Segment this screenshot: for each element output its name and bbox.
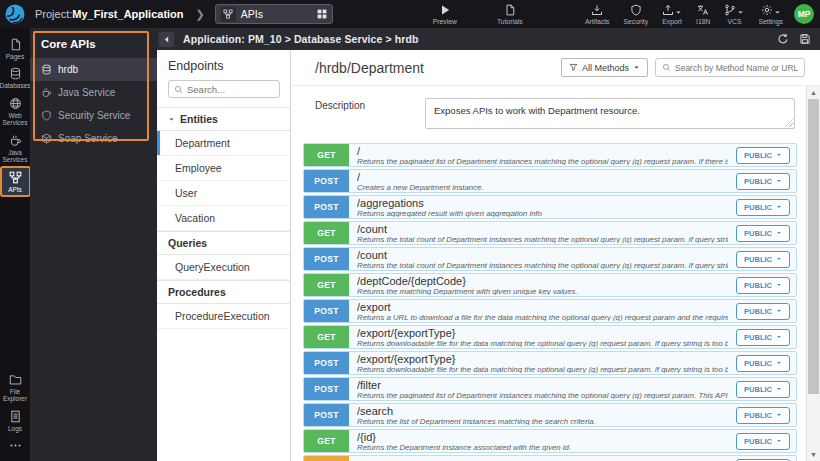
api-path: /export/{exportType} — [357, 327, 728, 339]
topbar-tool-security[interactable]: Security — [617, 4, 656, 25]
api-row[interactable]: GET/Returns the paginated list of Depart… — [303, 143, 797, 167]
topbar-tool-export[interactable]: Export — [655, 4, 689, 25]
app-mode-selector[interactable]: APIs — [215, 4, 333, 24]
access-dropdown-button[interactable]: PUBLIC — [736, 225, 790, 242]
preview-button[interactable]: Preview — [426, 4, 464, 25]
refresh-icon[interactable] — [777, 33, 789, 45]
core-api-item-hrdb[interactable]: hrdb — [30, 58, 157, 81]
vcs-branch-icon — [724, 4, 736, 16]
scroll-down-arrow-icon[interactable]: ▼ — [807, 448, 820, 461]
access-dropdown-button[interactable]: PUBLIC — [736, 433, 790, 450]
method-badge: GET — [304, 274, 349, 296]
api-description: Returns the paginated list of Department… — [357, 391, 728, 400]
endpoint-item-queryexecution[interactable]: QueryExecution — [157, 255, 290, 280]
api-row[interactable]: PUTPUBLIC — [303, 455, 797, 461]
user-avatar[interactable]: MP — [794, 4, 814, 24]
access-dropdown-button[interactable]: PUBLIC — [736, 407, 790, 424]
endpoint-group-queries[interactable]: Queries — [157, 231, 290, 255]
save-icon[interactable] — [799, 33, 811, 45]
access-dropdown-button[interactable]: PUBLIC — [736, 303, 790, 320]
method-badge: POST — [304, 404, 349, 426]
topbar-tool-vcs[interactable]: VCS — [717, 4, 751, 25]
sidebar-item-web-services[interactable]: Web Services — [1, 93, 30, 130]
endpoint-item-vacation[interactable]: Vacation — [157, 206, 290, 231]
api-path: /count — [357, 223, 728, 235]
methods-filter-dropdown[interactable]: All Methods — [561, 58, 648, 77]
topbar-tool-artifacts[interactable]: Artifacts — [578, 4, 617, 25]
endpoints-search[interactable] — [168, 80, 280, 98]
api-path: /{id} — [357, 431, 728, 443]
api-row[interactable]: POST/countReturns the total count of Dep… — [303, 247, 797, 271]
access-dropdown-button[interactable]: PUBLIC — [736, 329, 790, 346]
left-nav-rail: PagesDatabasesWeb ServicesJava ServicesA… — [0, 28, 30, 461]
method-badge: POST — [304, 378, 349, 400]
endpoint-group-label: Procedures — [168, 286, 226, 298]
access-label: PUBLIC — [744, 151, 772, 160]
api-row[interactable]: GET/{id}Returns the Department instance … — [303, 429, 797, 453]
description-textarea[interactable]: Exposes APIs to work with Department res… — [426, 99, 794, 128]
method-badge: POST — [304, 352, 349, 374]
access-dropdown-button[interactable]: PUBLIC — [736, 173, 790, 190]
access-dropdown-button[interactable]: PUBLIC — [736, 147, 790, 164]
endpoint-group-procedures[interactable]: Procedures — [157, 280, 290, 304]
topbar-tool-i18n[interactable]: I18N — [689, 4, 717, 25]
grid-menu-icon[interactable] — [317, 9, 327, 19]
sidebar-item-java-services[interactable]: Java Services — [1, 130, 30, 167]
caret-down-icon — [675, 9, 682, 16]
endpoint-group-label: Entities — [180, 113, 218, 125]
collapse-panel-button[interactable] — [159, 32, 174, 47]
api-description: Returns the total count of Department in… — [357, 235, 728, 244]
core-api-item-security-service[interactable]: Security Service — [30, 104, 157, 127]
api-row[interactable]: GET/deptCode/{deptCode}Returns the match… — [303, 273, 797, 297]
api-row[interactable]: GET/export/{exportType}Returns downloada… — [303, 325, 797, 349]
endpoint-item-department[interactable]: Department — [157, 131, 290, 156]
sidebar-item-logs[interactable]: Logs — [1, 406, 30, 435]
api-row[interactable]: POST/export/{exportType}Returns download… — [303, 351, 797, 375]
api-row[interactable]: GET/countReturns the total count of Depa… — [303, 221, 797, 245]
core-api-item-soap-service[interactable]: Soap Service — [30, 127, 157, 150]
scrollbar-thumb[interactable] — [808, 99, 819, 394]
scroll-up-arrow-icon[interactable]: ▲ — [807, 86, 820, 99]
access-dropdown-button[interactable]: PUBLIC — [736, 251, 790, 268]
sidebar-item-more[interactable] — [1, 435, 30, 455]
method-badge: GET — [304, 430, 349, 452]
api-path: /search — [357, 405, 728, 417]
endpoint-item-user[interactable]: User — [157, 181, 290, 206]
access-dropdown-button[interactable]: PUBLIC — [736, 277, 790, 294]
access-dropdown-button[interactable]: PUBLIC — [736, 381, 790, 398]
api-icon — [9, 171, 22, 184]
api-row[interactable]: POST/Creates a new Department instance.P… — [303, 169, 797, 193]
vertical-scrollbar[interactable]: ▲ ▼ — [806, 86, 820, 461]
globe-icon — [9, 97, 22, 110]
topbar-tool-settings[interactable]: Settings — [751, 4, 790, 25]
access-dropdown-button[interactable]: PUBLIC — [736, 199, 790, 216]
access-label: PUBLIC — [744, 177, 772, 186]
endpoint-group-entities[interactable]: Entities — [157, 107, 290, 131]
endpoints-search-input[interactable] — [187, 84, 274, 95]
sidebar-item-file-explorer[interactable]: File Explorer — [1, 369, 30, 406]
sidebar-item-pages[interactable]: Pages — [1, 34, 30, 63]
caret-down-icon — [776, 386, 782, 392]
api-row[interactable]: POST/aggregationsReturns aggregated resu… — [303, 195, 797, 219]
caret-down-icon — [168, 116, 175, 123]
export-icon — [662, 4, 674, 16]
api-row[interactable]: POST/filterReturns the paginated list of… — [303, 377, 797, 401]
app-header: Application: PM_10 > Database Service > … — [157, 28, 820, 50]
endpoint-item-procedureexecution[interactable]: ProcedureExecution — [157, 304, 290, 329]
tutorials-button[interactable]: Tutorials — [490, 4, 530, 25]
api-row[interactable]: POST/exportReturns a URL to download a f… — [303, 299, 797, 323]
method-badge: GET — [304, 326, 349, 348]
api-description: Returns downloadable file for the data m… — [357, 339, 728, 348]
core-api-item-java-service[interactable]: Java Service — [30, 81, 157, 104]
sidebar-item-apis[interactable]: APIs — [1, 167, 30, 196]
sidebar-item-databases[interactable]: Databases — [1, 63, 30, 92]
access-dropdown-button[interactable]: PUBLIC — [736, 355, 790, 372]
method-search[interactable] — [655, 58, 805, 77]
api-path: /aggregations — [357, 197, 728, 209]
endpoint-item-employee[interactable]: Employee — [157, 156, 290, 181]
api-row-content: /filterReturns the paginated list of Dep… — [349, 378, 736, 400]
topbar-tool-label: Security — [624, 18, 649, 25]
method-search-input[interactable] — [675, 63, 798, 73]
api-row[interactable]: POST/searchReturns the list of Departmen… — [303, 403, 797, 427]
top-bar: Project:My_First_Application ❯ APIs Prev… — [0, 0, 820, 28]
